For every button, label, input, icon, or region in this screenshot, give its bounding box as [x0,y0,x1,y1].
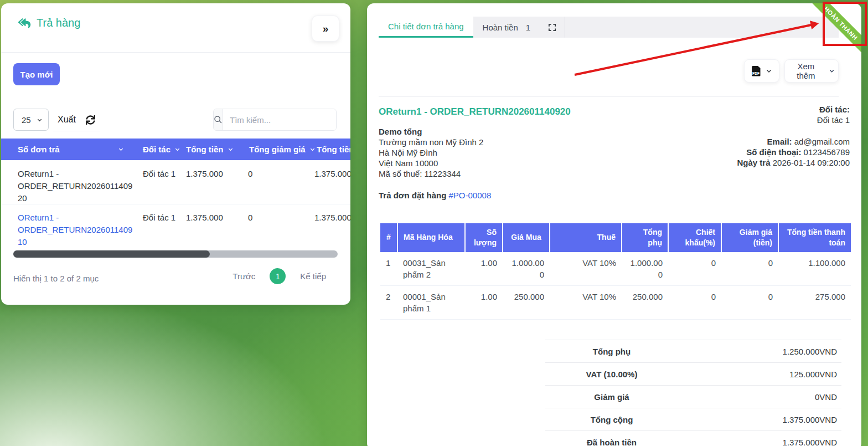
page-size-value: 25 [22,115,31,125]
search-input[interactable] [223,109,337,130]
return-number-link[interactable]: OReturn1 - ORDER_RETURN202601140910 [18,212,135,248]
detail-actions: PDF Xem thêm [744,59,839,83]
desktop-background: Trả hàng » Tạo mới 25 Xuất Số đơn trả [0,0,868,446]
item-grand-total: 1.100.000 [778,252,851,286]
column-header-grand-total[interactable]: Tổng tiền thanh toán [317,139,350,160]
sort-chevron-icon [228,146,234,152]
chevron-down-icon [37,117,43,123]
partner-info: Đối tác: Đối tác 1 Email: ad@gmail.com S… [737,104,850,168]
items-header-row: # Mã Hàng Hóa Số lượng Giá Mua Thuế Tổng… [380,223,851,252]
pagination-page-1[interactable]: 1 [270,268,286,284]
section-divider [379,96,839,97]
collapse-panel-button[interactable]: » [312,16,339,42]
header-divider [1,52,350,53]
item-purchase-price: 1.000.000 [503,252,550,286]
tabbar-divider [565,17,565,38]
items-table: # Mã Hàng Hóa Số lượng Giá Mua Thuế Tổng… [380,223,851,320]
item-product-code: 00031_Sản phẩm 2 [397,252,465,286]
total-row-refunded: Đã hoàn tiền 1.375.000VND [545,430,841,446]
col-product-code: Mã Hàng Hóa [397,223,465,252]
item-discount-amount: 0 [721,285,778,319]
partner-cell: Đối tác 1 [143,168,175,180]
return-table-header: Số đơn trả Đối tác Tổng tiền Tổng giảm g… [1,139,350,160]
table-row: OReturn1 - ORDER_RETURN202601140920 Đối … [1,160,350,204]
create-new-button[interactable]: Tạo mới [13,63,60,85]
partner-name: Đối tác 1 [737,115,850,125]
item-index: 1 [380,252,397,286]
horizontal-scrollbar[interactable] [13,250,338,258]
item-index: 2 [380,285,397,319]
sort-chevron-icon [118,146,124,152]
totals-summary: Tổng phụ 1.250.000VND VAT (10.00%) 125.0… [545,340,841,446]
col-subtotal: Tổng phụ [622,223,668,252]
showing-entries-text: Hiển thị 1 to 2 of 2 mục [13,274,99,283]
return-number-cell[interactable]: OReturn1 - ORDER_RETURN202601140920 [18,168,135,204]
grand-total-cell: 1.375.000 [314,168,350,180]
annotation-red-rectangle [823,2,867,46]
email-value: ad@gmail.com [794,137,850,146]
item-row: 1 00031_Sản phẩm 2 1.00 1.000.000 VAT 10… [380,252,851,286]
company-address-line: Trường mầm non Mỹ Đình 2 [379,137,483,147]
chevron-down-icon [766,68,772,74]
phone-label: Số điện thoại: [746,147,801,157]
return-date-value: 2026-01-14 09:20:00 [773,158,850,167]
see-more-button[interactable]: Xem thêm [784,59,839,83]
company-tax-code: Mã số thuế: 11223344 [379,168,483,179]
order-title: OReturn1 - ORDER_RETURN202601140920 [379,106,571,117]
item-tax: VAT 10% [550,252,622,286]
reply-all-icon [18,18,31,29]
export-button[interactable]: Xuất [58,115,76,125]
page-size-select[interactable]: 25 [13,109,49,131]
col-discount-amount: Giảm giá (tiền) [721,223,778,252]
item-grand-total: 275.000 [778,285,851,319]
item-purchase-price: 250.000 [503,285,550,319]
total-row-subtotal: Tổng phụ 1.250.000VND [545,340,841,362]
refund-count: 1 [526,23,530,32]
partner-label: Đối tác: [819,105,850,114]
pagination: Trước 1 Kế tiếp [232,268,326,284]
expand-fullscreen-icon[interactable] [540,17,565,38]
chevron-down-icon [829,68,835,74]
column-header-total[interactable]: Tổng tiền [186,139,234,160]
partner-cell: Đối tác 1 [143,212,175,224]
pdf-export-button[interactable]: PDF [744,59,779,83]
phone-value: 0123456789 [804,147,850,157]
page-title-label: Trả hàng [37,17,80,29]
sort-chevron-icon [309,146,316,152]
item-row: 2 00001_Sản phẩm 1 1.00 250.000 VAT 10% … [380,285,851,319]
email-label: Email: [767,137,792,146]
item-discount-pct: 0 [668,252,721,286]
column-header-partner[interactable]: Đối tác [143,139,180,160]
pagination-prev[interactable]: Trước [232,271,255,281]
return-detail-panel: Chi tiết đơn trả hàng Hoàn tiền 1 HOÀN T… [367,3,861,446]
po-number-link[interactable]: #PO-00008 [449,191,492,200]
item-quantity: 1.00 [465,252,503,286]
return-list-panel: Trả hàng » Tạo mới 25 Xuất Số đơn trả [1,3,350,305]
purchase-order-line: Trả đơn đặt hàng #PO-00008 [379,191,491,200]
item-subtotal: 1.000.000 [622,252,668,286]
item-tax: VAT 10% [550,285,622,319]
column-header-return-number[interactable]: Số đơn trả [18,139,124,160]
column-header-total-discount[interactable]: Tổng giảm giá [249,139,316,160]
table-row: OReturn1 - ORDER_RETURN202601140910 Đối … [1,204,350,248]
return-date-label: Ngày trả [737,158,771,167]
col-grand-total: Tổng tiền thanh toán [778,223,851,252]
double-chevron-right-icon: » [323,23,329,35]
company-address-line: Việt Nam 10000 [379,158,483,168]
search-icon [214,109,223,130]
discount-cell: 0 [248,168,252,180]
pdf-file-icon: PDF [752,66,761,76]
col-index: # [380,223,397,252]
item-quantity: 1.00 [465,285,503,319]
total-row-vat: VAT (10.00%) 125.000VND [545,362,841,385]
scrollbar-thumb[interactable] [13,250,210,258]
col-purchase-price: Giá Mua [503,223,550,252]
pagination-next[interactable]: Kế tiếp [300,271,326,281]
page-title: Trả hàng [18,17,80,29]
export-group: Xuất [53,109,100,131]
company-info: Demo tổng Trường mầm non Mỹ Đình 2 Hà Nộ… [379,126,483,179]
tab-refund[interactable]: Hoàn tiền 1 [473,17,540,38]
tab-return-detail[interactable]: Chi tiết đơn trả hàng [379,17,473,38]
refresh-icon[interactable] [86,115,95,125]
item-product-code: 00001_Sản phẩm 1 [397,285,465,319]
